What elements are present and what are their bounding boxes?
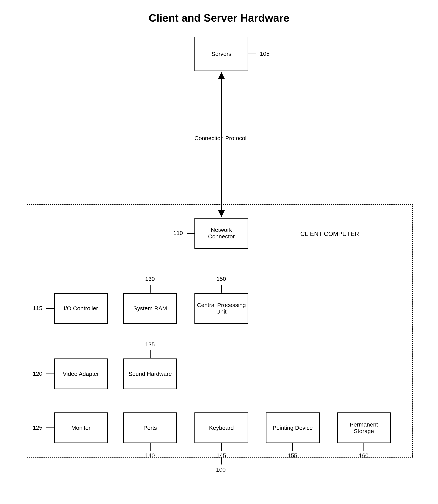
ref-keyboard: 145 [216,452,226,459]
box-sound-hardware: Sound Hardware [123,358,177,389]
client-computer-label: CLIENT COMPUTER [300,230,359,238]
box-ports: Ports [123,412,177,443]
diagram-title: Client and Server Hardware [0,11,438,24]
box-video-adapter-label: Video Adapter [63,371,99,377]
ref-video-adapter: 120 [33,370,42,377]
tick-monitor [46,427,54,428]
box-sound-hardware-label: Sound Hardware [128,371,172,377]
box-monitor-label: Monitor [71,424,90,431]
box-cpu-label: Central Processing Unit [197,302,246,315]
box-ports-label: Ports [143,424,157,431]
box-system-ram-label: System RAM [133,305,167,312]
ref-pointing-device: 155 [288,452,297,459]
box-video-adapter: Video Adapter [54,358,108,389]
box-servers-label: Servers [211,51,231,57]
diagram-page: Client and Server Hardware Servers 105 C… [0,0,438,504]
box-monitor: Monitor [54,412,108,443]
tick-cpu [221,285,222,293]
tick-storage [363,443,364,451]
tick-ports [150,443,151,451]
box-storage-label: Permanent Storage [339,421,389,435]
box-io-controller: I/O Controller [54,293,108,324]
box-keyboard-label: Keyboard [209,424,234,431]
ref-servers: 105 [260,50,270,57]
ref-ports: 140 [145,452,155,459]
box-keyboard: Keyboard [195,412,248,443]
tick-io-controller [46,308,54,309]
tick-sound-hardware [150,350,151,358]
ref-system-ram: 130 [145,276,155,282]
ref-network-connector: 110 [173,230,183,236]
ref-cpu: 150 [216,276,226,282]
tick-system-ram [150,285,151,293]
ref-io-controller: 115 [33,305,42,311]
tick-pointing-device [292,443,293,451]
box-network-connector: Network Connector [195,218,248,249]
tick-network-connector [187,233,195,234]
tick-servers [248,54,256,54]
box-network-connector-label: Network Connector [197,227,246,240]
box-pointing-device-label: Pointing Device [273,424,313,431]
ref-monitor: 125 [33,424,42,431]
box-system-ram: System RAM [123,293,177,324]
box-pointing-device: Pointing Device [266,412,320,443]
tick-keyboard [221,443,222,451]
tick-video-adapter [46,374,54,374]
connection-protocol-label: Connection Protocol [195,135,246,141]
box-cpu: Central Processing Unit [195,293,248,324]
box-io-controller-label: I/O Controller [64,305,98,312]
box-servers: Servers [195,37,248,71]
ref-storage: 160 [359,452,369,459]
ref-sound-hardware: 135 [145,341,155,348]
box-storage: Permanent Storage [337,412,391,443]
ref-client: 100 [216,466,226,473]
connector-line [221,76,222,214]
